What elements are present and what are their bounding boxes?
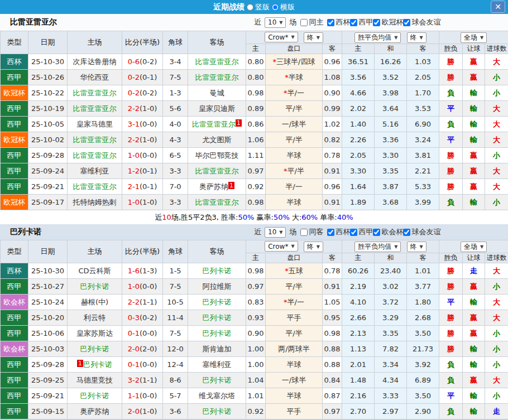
same-venue-filter[interactable]: 同主	[300, 17, 323, 27]
match-row: 欧冠杯25-10-22比雷亚雷亚尔0-2(0-2)1-3曼城0.98*半/一0.…	[1, 85, 508, 101]
league-filter-label: 西甲	[358, 17, 373, 27]
col-odds-away: 客	[323, 44, 342, 54]
match-row: 西杯25-10-30次库达鲁册纳0-6(0-2)3-4比雷亚雷亚尔0.80*三球…	[1, 54, 508, 70]
avg-draw-odds: 16.26	[375, 54, 407, 70]
avg-draw-odds: 5.16	[375, 117, 407, 132]
avg-away-odds: 3.77	[407, 279, 439, 295]
col-avg-draw: 和	[375, 253, 407, 263]
avg-select[interactable]: 胜平负均值▼	[354, 32, 401, 43]
home-team: 皇家苏斯达	[68, 326, 122, 341]
summary-row: 近10场,胜5平2负3, 胜率:50% 赢率:50% 大:60% 单率:40%	[0, 210, 508, 224]
games-label: 场	[289, 227, 296, 237]
result-badge: 勝	[439, 326, 463, 341]
home-team: 托特纳姆热刺	[68, 195, 122, 210]
score: 1-0(1-0)	[122, 195, 163, 210]
league-filter[interactable]: 西甲	[350, 17, 373, 27]
handicap-result-badge: 輸	[463, 132, 485, 148]
league-checkbox[interactable]	[327, 229, 334, 236]
league-filter[interactable]: 西杯	[327, 17, 350, 27]
avg-away-odds: 3.92	[407, 357, 439, 373]
league-checkbox[interactable]	[373, 229, 380, 236]
crown-away-odds: 0.90	[323, 85, 342, 101]
league-checkbox[interactable]	[350, 19, 357, 26]
league-badge: 欧会杯	[1, 341, 28, 357]
col-away: 客场	[188, 240, 246, 263]
fulltime-score: 3-1	[128, 120, 140, 128]
avg-select[interactable]: 胜平负均值▼	[354, 242, 401, 252]
league-checkbox[interactable]	[403, 229, 410, 236]
league-filter[interactable]: 欧冠杯	[373, 17, 403, 27]
home-team: 巴列卡诺	[68, 341, 122, 357]
away-team: 塞维利亚	[188, 357, 246, 373]
home-team: 比雷亚雷亚尔	[68, 85, 122, 101]
goals-result-badge: 小	[485, 388, 508, 404]
chevron-down-icon: ▼	[291, 35, 294, 40]
result-badge: 負	[439, 357, 463, 373]
corners: 3-6	[163, 404, 188, 419]
corners: 4-3	[163, 132, 188, 148]
corners: 11-4	[163, 310, 188, 326]
league-badge: 西甲	[1, 279, 28, 295]
odds-company-select[interactable]: Crow*▼	[265, 32, 298, 42]
odds-time-select[interactable]: 终▼	[304, 32, 323, 43]
league-checkbox[interactable]	[373, 19, 380, 26]
league-filter[interactable]: 球会友谊	[403, 227, 440, 237]
crown-home-odds: 1.04	[246, 373, 266, 388]
crown-home-odds: 0.86	[246, 117, 266, 132]
handicap: 一/球半	[266, 373, 323, 388]
halftime-score: (0-1)	[140, 182, 157, 191]
league-checkbox[interactable]	[327, 19, 334, 26]
same-venue-filter[interactable]: 同客	[300, 227, 323, 237]
games-count-select[interactable]: 10▼	[265, 227, 286, 238]
handicap-result-badge: 走	[463, 263, 485, 279]
avg-away-odds: 3.99	[407, 195, 439, 210]
league-badge: 西甲	[1, 310, 28, 326]
halftime-score: (0-0)	[140, 282, 157, 291]
halftime-score: (0-0)	[140, 151, 157, 160]
scope-select[interactable]: 全场▼	[461, 32, 487, 43]
team-label: 比雷亚雷亚尔	[73, 104, 117, 113]
corners: 3-4	[163, 54, 188, 70]
handicap: *三球半/四球	[266, 54, 323, 70]
match-date: 25-09-28	[28, 357, 68, 373]
avg-draw-odds: 4.34	[375, 373, 407, 388]
layout-vertical-option[interactable]: 竖版	[247, 2, 270, 12]
odds-company-select[interactable]: Crow*▼	[265, 241, 298, 252]
league-filter[interactable]: 西甲	[350, 227, 373, 237]
crown-away-odds: 0.84	[323, 373, 342, 388]
team-label: 巴列卡诺	[80, 282, 109, 291]
odds-time-select[interactable]: 终▼	[304, 242, 323, 252]
vertical-radio[interactable]	[247, 4, 253, 11]
close-icon[interactable]: ✕	[491, 1, 505, 13]
goals-result-badge: 大	[485, 163, 508, 179]
avg-time-select[interactable]: 终▼	[407, 32, 426, 43]
red-card-badge: 1	[228, 182, 234, 189]
league-filter[interactable]: 球会友谊	[403, 17, 440, 27]
league-filter[interactable]: 西杯	[327, 227, 350, 237]
layout-horizontal-option[interactable]: 横版	[272, 2, 295, 12]
league-checkbox[interactable]	[350, 229, 357, 236]
result-badge: 勝	[439, 341, 463, 357]
halftime-score: (1-0)	[140, 198, 157, 206]
goals-result-badge: 大	[485, 101, 508, 117]
fulltime-score: 2-2	[128, 104, 140, 113]
league-filter[interactable]: 欧会杯	[373, 227, 403, 237]
same-venue-checkbox[interactable]	[300, 19, 308, 26]
avg-group: 胜平负均值▼ 终▼	[342, 31, 439, 44]
crown-home-odds: 0.97	[246, 279, 266, 295]
league-badge: 西甲	[1, 388, 28, 404]
games-count-select[interactable]: 10▼	[265, 17, 286, 28]
avg-home-odds: 2.01	[342, 357, 375, 373]
same-venue-checkbox[interactable]	[300, 229, 308, 236]
team-label: 比雷亚雷亚尔	[73, 182, 117, 191]
avg-time-select[interactable]: 终▼	[407, 242, 426, 252]
horizontal-radio[interactable]	[272, 4, 279, 11]
team-label: 毕尔巴鄂竞技	[195, 151, 239, 160]
league-checkbox[interactable]	[403, 19, 410, 26]
home-team: 比雷亚雷亚尔	[68, 132, 122, 148]
chevron-down-icon: ▼	[317, 244, 320, 249]
scope-select[interactable]: 全场▼	[461, 242, 487, 252]
team-label: 比雷亚雷亚尔	[73, 151, 117, 160]
crown-home-odds: 1.11	[246, 148, 266, 163]
horizontal-label: 横版	[280, 2, 295, 12]
